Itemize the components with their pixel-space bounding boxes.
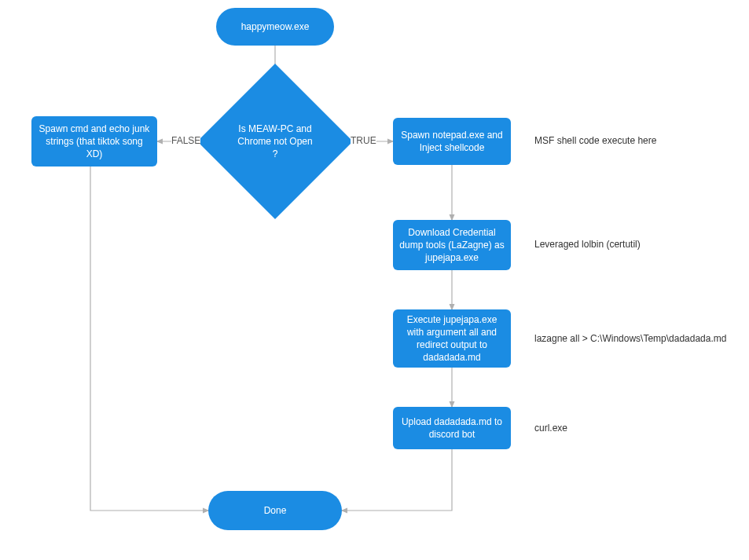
end-node-label: Done (264, 504, 287, 517)
step1-annotation: MSF shell code execute here (534, 135, 656, 146)
start-node-label: happymeow.exe (241, 20, 310, 33)
end-node: Done (208, 491, 342, 530)
step4-label: Upload dadadada.md to discord bot (399, 415, 505, 441)
step2-annotation: Leveraged lolbin (certutil) (534, 239, 641, 250)
step1-node: Spawn notepad.exe and Inject shellcode (393, 118, 511, 165)
step3-label: Execute jupejapa.exe with argument all a… (399, 313, 505, 364)
step4-annotation: curl.exe (534, 423, 567, 434)
step2-label: Download Credential dump tools (LaZagne)… (399, 226, 505, 265)
start-node: happymeow.exe (216, 8, 334, 46)
edge-label-false: FALSE (171, 135, 200, 146)
decision-node: Is MEAW-PC and Chrome not Open ? (220, 86, 330, 196)
edge-label-true: TRUE (351, 135, 376, 146)
step1-label: Spawn notepad.exe and Inject shellcode (399, 129, 505, 154)
decision-node-label: Is MEAW-PC and Chrome not Open ? (237, 123, 313, 161)
step3-node: Execute jupejapa.exe with argument all a… (393, 309, 511, 368)
false-branch-label: Spawn cmd and echo junk strings (that ti… (38, 123, 151, 161)
false-branch-node: Spawn cmd and echo junk strings (that ti… (31, 116, 157, 167)
step4-node: Upload dadadada.md to discord bot (393, 407, 511, 449)
step3-annotation: lazagne all > C:\Windows\Temp\dadadada.m… (534, 333, 726, 344)
step2-node: Download Credential dump tools (LaZagne)… (393, 220, 511, 270)
connectors-layer (0, 0, 749, 560)
